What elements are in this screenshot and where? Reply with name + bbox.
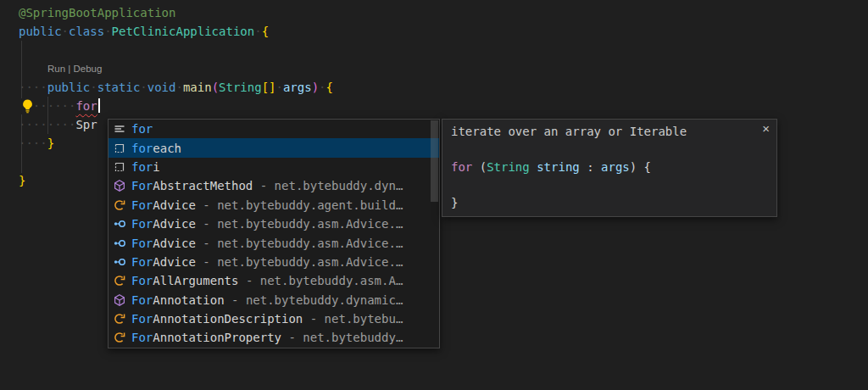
code-token: ( — [212, 81, 219, 94]
code-line[interactable]: public·class·PetClinicApplication·{ — [19, 22, 333, 41]
code-token: ········ — [19, 118, 75, 131]
suggestion-match-text: For — [131, 217, 153, 231]
suggestion-label: Advice — [153, 237, 196, 250]
docs-code-token: ( — [472, 160, 487, 174]
suggestion-match-text: For — [131, 331, 153, 344]
docs-summary: iterate over an array or Iterable — [451, 123, 768, 141]
suggestion-item[interactable]: ForAdvice - net.bytebuddy.asm.Advice.… — [108, 214, 439, 233]
suggestion-detail: - net.bytebuddy.dynamic… — [225, 293, 403, 307]
suggestion-label: each — [153, 142, 181, 155]
suggestion-item[interactable]: ForAbstractMethod - net.bytebuddy.dyn… — [108, 176, 439, 195]
docs-code-token: args — [601, 160, 630, 174]
suggestion-match-text: for — [131, 160, 153, 174]
suggestion-match-text: For — [131, 293, 153, 307]
symbol-class-icon — [113, 331, 126, 344]
suggestion-item[interactable]: ForAdvice - net.bytebuddy.asm.Advice.… — [108, 253, 439, 271]
code-token: PetClinicApplication — [112, 25, 255, 38]
suggestion-label: Annotation — [153, 293, 224, 307]
docs-code-token: : — [580, 160, 601, 174]
suggestion-label: AnnotationProperty — [153, 331, 281, 344]
code-line[interactable]: @SpringBootApplication — [19, 3, 333, 22]
close-icon[interactable]: × — [762, 122, 770, 135]
code-token: · — [319, 81, 326, 94]
suggestion-item[interactable]: foreach — [108, 138, 439, 157]
lightbulb-base — [25, 110, 29, 113]
code-token: ···· — [19, 136, 47, 150]
codelens-separator: | — [65, 64, 73, 74]
code-token: class — [69, 25, 104, 38]
code-token: ) — [312, 81, 319, 94]
suggestion-detail: - net.bytebuddy.asm.Advice.… — [196, 255, 403, 269]
suggest-docs-widget: iterate over an array or Iterable × for … — [442, 119, 777, 217]
suggestion-item[interactable]: for — [108, 120, 439, 138]
code-line[interactable] — [19, 41, 333, 59]
symbol-interface-icon — [113, 237, 126, 250]
code-token: { — [326, 81, 333, 94]
suggestion-match-text: For — [131, 198, 153, 212]
suggestion-item[interactable]: fori — [108, 158, 439, 176]
symbol-method-icon — [113, 293, 126, 307]
code-token: for — [75, 99, 97, 113]
suggestion-match-text: For — [131, 312, 153, 326]
code-token: String — [219, 81, 262, 94]
code-token: · — [276, 81, 283, 94]
code-token: @SpringBootApplication — [19, 6, 175, 20]
code-token: · — [62, 25, 69, 38]
docs-code-snippet: for (String string : args) {} — [451, 159, 768, 212]
code-token: static — [97, 81, 141, 94]
suggestion-detail: - net.bytebuddy.dyn… — [253, 179, 403, 192]
code-token: ···· — [19, 81, 47, 94]
suggestion-detail: - net.bytebuddy.asm.Advice.… — [196, 237, 403, 250]
docs-code-token: string — [537, 160, 580, 174]
suggestion-label: Advice — [153, 217, 196, 231]
suggestion-match-text: for — [131, 142, 153, 155]
docs-code-line: for (String string : args) { — [451, 159, 768, 176]
suggestion-detail: - net.bytebuddy.asm.A… — [238, 274, 403, 287]
suggestion-detail: - net.bytebuddy… — [281, 331, 403, 344]
symbol-snippet-icon — [113, 160, 126, 174]
symbol-class-icon — [113, 312, 126, 326]
code-token: · — [90, 81, 97, 94]
suggestion-item[interactable]: ForAnnotationDescription - net.bytebu… — [108, 309, 439, 328]
suggestion-item[interactable]: ForAnnotationProperty - net.bytebuddy… — [108, 328, 439, 347]
code-token: · — [254, 25, 261, 38]
code-line[interactable]: ········for — [19, 97, 333, 115]
suggestion-item[interactable]: ForAnnotation - net.bytebuddy.dynamic… — [108, 291, 439, 309]
symbol-interface-icon — [113, 217, 126, 231]
suggestion-item[interactable]: ForAdvice - net.bytebuddy.agent.build… — [108, 196, 439, 214]
code-token: } — [19, 174, 25, 187]
suggestion-match-text: For — [131, 274, 153, 287]
lightbulb-icon[interactable] — [19, 98, 36, 114]
suggestion-item[interactable]: ForAllArguments - net.bytebuddy.asm.A… — [108, 271, 439, 290]
symbol-class-icon — [113, 274, 126, 287]
code-token: public — [19, 25, 62, 38]
suggestion-item[interactable]: ForAdvice - net.bytebuddy.asm.Advice.… — [108, 233, 439, 252]
docs-code-token — [530, 160, 537, 174]
suggestion-detail: - net.bytebu… — [303, 312, 403, 326]
code-token: · — [104, 25, 111, 38]
code-token: main — [183, 81, 212, 94]
suggest-widget: forforeachforiForAbstractMethod - net.by… — [108, 119, 440, 348]
suggestion-match-text: for — [131, 122, 153, 136]
code-token: void — [147, 81, 176, 94]
code-token: } — [47, 136, 54, 150]
symbol-interface-icon — [113, 255, 126, 269]
suggestion-detail: - net.bytebuddy.asm.Advice.… — [196, 217, 403, 231]
code-line[interactable]: ····public·static·void·main(String[]·arg… — [19, 78, 333, 97]
code-token: Spr — [75, 118, 97, 131]
symbol-class-icon — [113, 198, 126, 212]
docs-code-token: ) { — [630, 160, 651, 174]
suggestion-label: AnnotationDescription — [153, 312, 303, 326]
docs-code-token: } — [451, 196, 458, 209]
codelens-debug-link[interactable]: Debug — [74, 64, 103, 74]
code-token: · — [175, 81, 182, 94]
code-editor[interactable]: @SpringBootApplicationpublic·class·PetCl… — [0, 0, 868, 390]
text-cursor — [98, 98, 100, 113]
scrollbar-thumb[interactable] — [431, 120, 438, 202]
code-token: public — [47, 81, 91, 94]
docs-code-line: } — [451, 194, 768, 212]
docs-code-token: for — [451, 160, 472, 174]
codelens-run-link[interactable]: Run — [47, 64, 65, 74]
code-token: args — [283, 81, 312, 94]
symbol-snippet-icon — [113, 142, 126, 155]
